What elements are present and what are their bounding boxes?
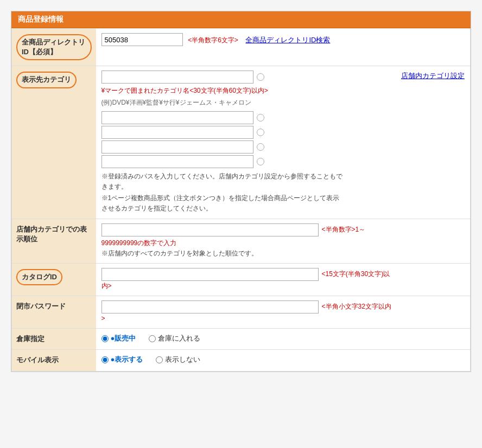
store-category-setting-link[interactable]: 店舗内カテゴリ設定 [401, 72, 465, 80]
inventory-label-selling: ●販売中 [111, 333, 136, 344]
mobile-display-options: ●表示する 表示しない [102, 354, 465, 366]
label-directory-id: 全商品ディレクトリID【必須】 [12, 29, 96, 66]
catalog-id-input-area: <15文字(半角30文字)以 [102, 268, 465, 281]
store-password-input-area: <半角小文字32文字以内 [102, 300, 465, 313]
category-label-box: 表示先カテゴリ [16, 72, 77, 88]
table-row-mobile-display: モバイル表示 ●表示する 表示しない [12, 350, 471, 371]
inventory-option-selling[interactable]: ●販売中 [102, 333, 136, 344]
inventory-option-warehouse[interactable]: 倉庫に入れる [149, 333, 200, 344]
label-store-password: 閉市パスワード [12, 296, 96, 329]
mobile-display-option-show[interactable]: ●表示する [102, 354, 143, 366]
inventory-radio-warehouse[interactable] [149, 335, 156, 342]
table-row-directory-id: 全商品ディレクトリID【必須】 <半角数字6文字> 全商品ディレクトリID検索 [12, 29, 471, 66]
category-warning-1: ※登録済みのパスを入力してください。店舗内カテゴリ設定から参照することもできます… [102, 171, 396, 192]
inventory-radio-selling[interactable] [102, 335, 109, 342]
store-password-hint2: > [102, 313, 465, 324]
category-circle-1 [257, 73, 264, 81]
content-catalog-id: <15文字(半角30文字)以 内> [96, 263, 471, 296]
category-input-2[interactable] [102, 111, 253, 124]
content-mobile-display: ●表示する 表示しない [96, 350, 471, 371]
catalog-id-input[interactable] [102, 268, 319, 281]
store-password-hint: <半角小文字32文字以内 [322, 302, 391, 312]
catalog-id-label-box: カタログID [16, 269, 62, 285]
directory-id-input[interactable] [102, 33, 183, 46]
category-input-row-2 [102, 111, 396, 124]
mobile-display-label-show: ●表示する [111, 354, 143, 366]
store-password-input[interactable] [102, 300, 319, 313]
category-input-4[interactable] [102, 140, 253, 153]
display-order-hint: <半角数字>1～ [322, 225, 366, 235]
label-display-order: 店舗内カテゴリでの表示順位 [12, 219, 96, 263]
category-input-5[interactable] [102, 155, 253, 168]
content-display-category: ¥マークで囲まれたカテゴリ名<30文字(半角60文字)以内> (例)DVD¥洋画… [96, 66, 471, 219]
table-row-catalog-id: カタログID <15文字(半角30文字)以 内> [12, 263, 471, 296]
section-title: 商品登録情報 [11, 11, 471, 28]
required-label-directory: 全商品ディレクトリID【必須】 [16, 34, 92, 60]
category-example: (例)DVD¥洋画¥監督¥サ行¥ジェームス・キャメロン [102, 98, 396, 108]
table-row-display-order: 店舗内カテゴリでの表示順位 <半角数字>1～ 9999999999の数字で入力 … [12, 219, 471, 263]
content-inventory: ●販売中 倉庫に入れる [96, 329, 471, 350]
label-inventory: 倉庫指定 [12, 329, 96, 350]
content-store-password: <半角小文字32文字以内 > [96, 296, 471, 329]
label-display-category: 表示先カテゴリ [12, 66, 96, 219]
category-circle-2 [257, 114, 264, 121]
display-order-input-area: <半角数字>1～ [102, 223, 465, 236]
mobile-display-option-hide[interactable]: 表示しない [156, 354, 200, 366]
content-display-order: <半角数字>1～ 9999999999の数字で入力 ※店舗内のすべてのカテゴリを… [96, 219, 471, 263]
form-table: 全商品ディレクトリID【必須】 <半角数字6文字> 全商品ディレクトリID検索 … [11, 28, 471, 372]
inventory-label-warehouse: 倉庫に入れる [158, 333, 200, 344]
display-order-info1: 9999999999の数字で入力 [102, 238, 465, 248]
category-note: ¥マークで囲まれたカテゴリ名<30文字(半角60文字)以内> [102, 86, 396, 96]
mobile-display-label-hide: 表示しない [165, 354, 200, 366]
category-warning-2: ※1ページ複数商品形式（注文ボタンつき）を指定した場合商品ページとして表示させる… [102, 193, 396, 214]
table-row-display-category: 表示先カテゴリ ¥マークで囲まれたカテゴリ名<30文字(半角60文字)以内> (… [12, 66, 471, 219]
category-input-row-4 [102, 140, 396, 153]
label-catalog-id: カタログID [12, 263, 96, 296]
category-circle-3 [257, 129, 264, 136]
product-registration-form: 商品登録情報 全商品ディレクトリID【必須】 <半角数字6文字> 全商品ディレク… [11, 11, 471, 372]
category-input-row-1 [102, 71, 396, 84]
catalog-id-hint: <15文字(半角30文字)以 [322, 269, 390, 279]
table-row-inventory: 倉庫指定 ●販売中 倉庫に入れる [12, 329, 471, 350]
category-input-3[interactable] [102, 126, 253, 139]
table-row-store-password: 閉市パスワード <半角小文字32文字以内 > [12, 296, 471, 329]
category-circle-4 [257, 143, 264, 151]
category-store-link-area: 店舗内カテゴリ設定 [401, 71, 465, 82]
category-input-row-5 [102, 155, 396, 168]
category-inputs-area: ¥マークで囲まれたカテゴリ名<30文字(半角60文字)以内> (例)DVD¥洋画… [102, 71, 396, 214]
category-input-1[interactable] [102, 71, 253, 84]
content-directory-id: <半角数字6文字> 全商品ディレクトリID検索 [96, 29, 471, 66]
display-order-input[interactable] [102, 223, 319, 236]
catalog-id-hint2: 内> [102, 281, 465, 291]
mobile-display-radio-hide[interactable] [156, 356, 163, 363]
inventory-options: ●販売中 倉庫に入れる [102, 333, 465, 344]
mobile-display-radio-show[interactable] [102, 356, 109, 363]
label-mobile-display: モバイル表示 [12, 350, 96, 371]
category-input-row-3 [102, 126, 396, 139]
directory-id-search-link[interactable]: 全商品ディレクトリID検索 [245, 36, 330, 44]
display-order-info2: ※店舗内のすべてのカテゴリを対象とした順位です。 [102, 248, 465, 259]
category-circle-5 [257, 158, 264, 165]
directory-id-hint: <半角数字6文字> [188, 36, 238, 44]
